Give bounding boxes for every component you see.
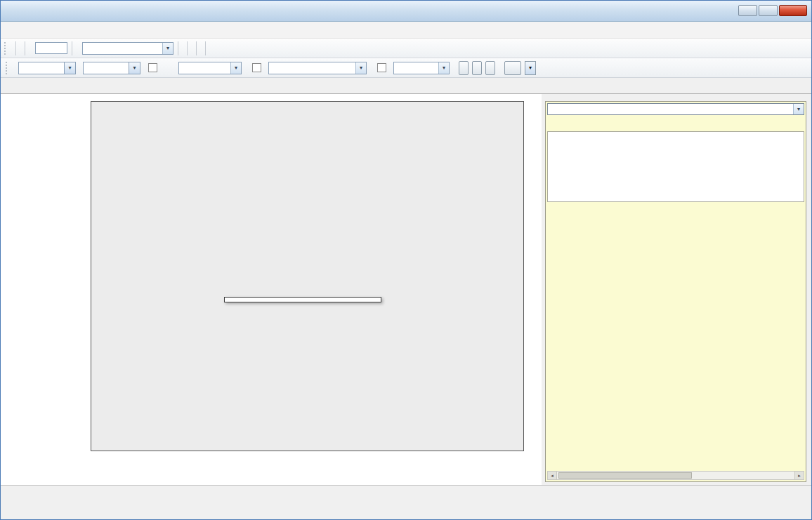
capacity-select[interactable]: ▾: [178, 62, 242, 74]
app-icon: [5, 6, 16, 17]
minimize-icon[interactable]: [738, 5, 757, 16]
separator: [72, 41, 72, 55]
source-type-select[interactable]: ▾: [393, 62, 450, 74]
filterbar-grip: [6, 62, 8, 74]
scale-input[interactable]: [35, 42, 67, 54]
date-from-input[interactable]: [18, 62, 65, 74]
date-to-field: ▾: [83, 62, 140, 74]
chevron-down-icon[interactable]: ▾: [438, 62, 449, 74]
filter-menu-icon[interactable]: ▾: [525, 61, 536, 75]
z-button[interactable]: [472, 61, 482, 75]
separator: [205, 41, 206, 55]
resource-select[interactable]: ▾: [547, 103, 804, 115]
gantt-row-labels: [1, 101, 88, 451]
mark-type-select[interactable]: ▾: [82, 42, 173, 55]
chevron-down-icon[interactable]: ▾: [129, 62, 140, 74]
toolbar-grip: [4, 42, 6, 55]
separator: [187, 41, 188, 55]
source-select[interactable]: ▾: [268, 62, 367, 74]
date-to-input[interactable]: [83, 62, 129, 74]
separator: [15, 41, 16, 55]
date-from-field: ▾: [18, 62, 76, 74]
panel-scrollbar[interactable]: ◂ ▸: [547, 471, 804, 480]
titlebar: [1, 1, 811, 22]
operation-tooltip: [224, 297, 381, 302]
main-area: ▾ ◂ ▸: [1, 94, 811, 485]
tabstrip: [1, 78, 811, 94]
filter-icon[interactable]: [504, 61, 521, 75]
scrollbar-track[interactable]: [692, 472, 794, 479]
toolbar: ▾: [1, 39, 811, 58]
right-panel: ▾ ◂ ▸: [545, 101, 806, 482]
chevron-down-icon[interactable]: ▾: [162, 43, 173, 54]
scroll-right-icon[interactable]: ▸: [794, 472, 804, 479]
p-button[interactable]: [485, 61, 495, 75]
gantt-plot[interactable]: [91, 101, 524, 451]
capacity-checkbox[interactable]: [148, 63, 157, 72]
app-window: ▾ ▾ ▾ ▾ ▾: [0, 0, 812, 520]
scroll-left-icon[interactable]: ◂: [548, 472, 557, 479]
filterbar: ▾ ▾ ▾ ▾ ▾ ▾: [1, 58, 811, 78]
separator: [196, 41, 197, 55]
work-queue-box: [547, 131, 804, 202]
v-button[interactable]: [459, 61, 469, 75]
chevron-down-icon[interactable]: ▾: [65, 62, 76, 74]
chevron-down-icon[interactable]: ▾: [793, 104, 804, 114]
gantt-chart: [1, 94, 542, 485]
statusbar: [1, 485, 811, 520]
maximize-icon[interactable]: [759, 5, 778, 16]
source-checkbox[interactable]: [252, 63, 261, 72]
close-icon[interactable]: [779, 5, 807, 16]
scrollbar-thumb[interactable]: [558, 472, 692, 479]
window-controls: [738, 5, 807, 16]
separator: [178, 41, 178, 55]
menubar: [1, 22, 811, 39]
gantt-time-axis: [1, 451, 542, 482]
source-type-checkbox[interactable]: [377, 63, 386, 72]
chevron-down-icon[interactable]: ▾: [355, 62, 366, 74]
chevron-down-icon[interactable]: ▾: [230, 62, 241, 74]
separator: [25, 41, 25, 55]
